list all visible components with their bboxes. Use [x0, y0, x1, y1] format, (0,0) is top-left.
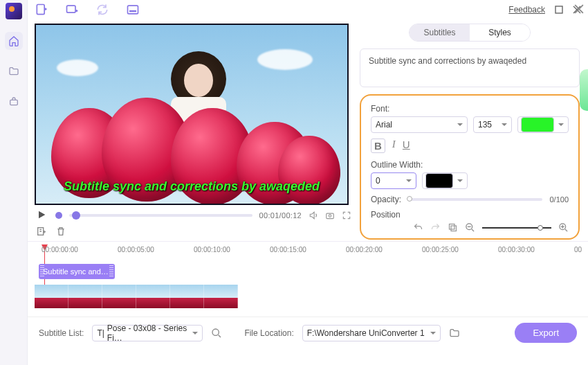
redo-icon[interactable] [430, 222, 441, 233]
position-label: Position [371, 210, 569, 220]
play-button[interactable] [36, 209, 48, 222]
bold-button[interactable]: B [371, 139, 385, 153]
underline-button[interactable]: U [403, 139, 410, 153]
zoom-slider[interactable] [482, 227, 551, 229]
browse-folder-icon[interactable] [449, 328, 460, 339]
volume-icon[interactable] [309, 211, 318, 220]
tick: 00:00:25:00 [422, 246, 459, 253]
add-media-icon[interactable] [65, 3, 79, 17]
left-rail [0, 0, 28, 365]
italic-button[interactable]: I [392, 139, 396, 153]
close-panel-icon[interactable] [574, 4, 584, 14]
panel-side-actions [574, 4, 584, 14]
svg-rect-4 [129, 10, 136, 12]
preview-column: Subtitle sync and corrections by awaqede… [35, 24, 353, 240]
tick: 00:00:30:00 [498, 246, 535, 253]
timeline: 00:00:00:00 00:00:05:00 00:00:10:00 00:0… [28, 241, 588, 310]
zoom-out-icon[interactable] [465, 222, 475, 233]
tick: 00:00:05:00 [118, 246, 154, 253]
caption-icon[interactable] [126, 3, 140, 17]
tick: 00:00:20:00 [346, 246, 383, 253]
rail-toolbox[interactable] [5, 93, 23, 111]
file-location-label: File Location: [244, 328, 293, 338]
subtitle-text-input[interactable]: Subtitle sync and corrections by awaqede… [360, 48, 580, 87]
topbar: Feedback [28, 0, 588, 19]
delete-icon[interactable] [55, 226, 66, 237]
maximize-icon[interactable] [555, 6, 563, 14]
clip-handle-left[interactable] [40, 265, 44, 278]
font-color-select[interactable] [517, 116, 569, 133]
font-label: Font: [371, 104, 569, 114]
outline-label: Outline Width: [371, 160, 569, 170]
opacity-value: 0/100 [549, 195, 569, 204]
font-family-select[interactable]: Arial [371, 116, 468, 133]
tick: 00:00:10:00 [194, 246, 230, 253]
copy-style-icon[interactable] [448, 222, 458, 233]
transport-bar: 00:01/00:12 [35, 205, 353, 226]
zoom-in-icon[interactable] [558, 222, 569, 233]
add-subtitle-icon[interactable] [36, 226, 47, 237]
svg-rect-2 [67, 6, 76, 12]
svg-rect-1 [37, 5, 44, 15]
style-panel: Subtitles Styles Subtitle sync and corre… [360, 24, 581, 240]
time-display: 00:01/00:12 [259, 211, 302, 220]
add-file-icon[interactable] [35, 3, 48, 17]
panel-tabs: Subtitles Styles [409, 24, 531, 42]
style-config-box: Font: Arial 135 B I U Outline Width: 0 [360, 94, 580, 240]
outline-color-swatch [425, 173, 453, 188]
svg-point-13 [212, 329, 219, 335]
outline-color-select[interactable] [422, 172, 468, 189]
subtitle-overlay: Subtitle sync and corrections by awaqede… [64, 179, 320, 194]
fullscreen-icon[interactable] [342, 211, 351, 220]
svg-rect-0 [10, 100, 17, 105]
app-logo [6, 3, 22, 19]
clip-handle-right[interactable] [109, 265, 113, 278]
snapshot-icon[interactable] [325, 211, 335, 220]
undo-icon[interactable] [413, 222, 423, 233]
outline-width-select[interactable]: 0 [371, 172, 416, 189]
opacity-label: Opacity: [371, 195, 401, 204]
tick: 00:00:15:00 [270, 246, 306, 253]
clip-label: Subtitle sync and… [43, 267, 109, 276]
font-color-swatch [521, 117, 554, 132]
seek-bar[interactable] [69, 214, 252, 217]
search-subtitle-icon[interactable] [211, 328, 222, 339]
tick: 00 [574, 246, 582, 253]
main-area: Feedback Subtitle sync and corrections b… [28, 0, 588, 365]
tick: 00:00:00:00 [42, 246, 78, 253]
subtitle-clip[interactable]: Subtitle sync and… [39, 264, 115, 279]
tab-subtitles[interactable]: Subtitles [410, 24, 470, 41]
feedback-link[interactable]: Feedback [508, 5, 545, 15]
bottom-bar: Subtitle List: T|Pose - 03x08 - Series F… [28, 317, 588, 348]
refresh-icon[interactable] [95, 3, 109, 17]
svg-rect-3 [128, 6, 138, 14]
tab-styles[interactable]: Styles [470, 24, 530, 41]
rail-folder[interactable] [5, 62, 23, 80]
seek-start-dot [55, 212, 62, 219]
svg-rect-9 [451, 226, 457, 231]
subtitle-track[interactable]: Subtitle sync and… [35, 262, 581, 281]
svg-rect-6 [327, 213, 334, 219]
timeline-ruler[interactable]: 00:00:00:00 00:00:05:00 00:00:10:00 00:0… [35, 246, 581, 260]
svg-rect-5 [555, 6, 562, 13]
video-track[interactable] [35, 285, 581, 310]
svg-rect-10 [450, 224, 455, 230]
subtitle-list-label: Subtitle List: [39, 328, 84, 338]
video-preview[interactable]: Subtitle sync and corrections by awaqede… [35, 24, 349, 205]
opacity-slider[interactable] [408, 198, 542, 201]
rail-home[interactable] [5, 32, 23, 50]
file-location-input[interactable]: F:\Wondershare UniConverter 1 [302, 325, 441, 341]
subtitle-list-select[interactable]: T|Pose - 03x08 - Series Fi… [92, 325, 203, 341]
export-button[interactable]: Export [515, 323, 577, 343]
svg-point-7 [329, 215, 331, 217]
font-size-select[interactable]: 135 [473, 116, 512, 133]
